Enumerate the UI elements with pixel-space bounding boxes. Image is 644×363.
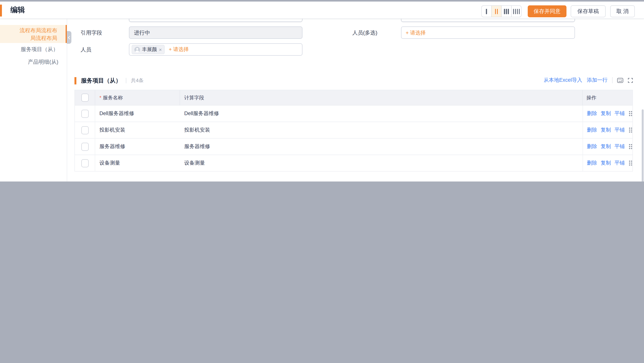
person-add-link[interactable]: + 请选择 <box>169 46 189 53</box>
sidebar-item-product-details[interactable]: 产品明细(从) <box>0 58 67 66</box>
ref-field-input[interactable]: 进行中 <box>129 26 302 39</box>
toolbar-divider <box>612 77 612 83</box>
cell-service-name: 投影机安装 <box>95 122 180 138</box>
cell-calc-field: 服务器维修 <box>180 138 582 155</box>
cell-calc-field: 设备测量 <box>180 155 582 171</box>
layout-3-column-icon[interactable] <box>502 6 512 17</box>
cell-calc-field: Dell服务器维修 <box>180 106 582 122</box>
multi-person-label: 人员(多选) <box>352 30 378 36</box>
sidebar-collapse-handle[interactable] <box>67 31 72 44</box>
keyboard-shortcuts-icon[interactable] <box>617 78 623 83</box>
row-checkbox[interactable] <box>81 110 88 118</box>
person-avatar-icon <box>134 46 140 52</box>
layout-1-column-icon[interactable] <box>482 6 492 17</box>
service-table-header: *服务名称 计算字段 操作 <box>75 90 632 105</box>
service-add-row-link[interactable]: 添加一行 <box>587 77 608 84</box>
service-excel-import-link[interactable]: 从本地Excel导入 <box>544 77 582 84</box>
cell-service-name: Dell服务器维修 <box>95 106 180 122</box>
save-and-agree-button[interactable]: 保存并同意 <box>528 5 566 17</box>
row-checkbox[interactable] <box>81 159 88 167</box>
copy-link[interactable]: 复制 <box>601 127 611 134</box>
edit-dialog: 编辑 保存并同意 保存草稿 取 消 流程布局流程布局流程布局 服务项目（从） 产… <box>0 0 644 182</box>
section-divider <box>126 78 126 83</box>
vertical-scrollbar-thumb[interactable] <box>642 109 644 182</box>
cell-service-name: 设备测量 <box>95 155 180 171</box>
delete-link[interactable]: 删除 <box>587 160 597 166</box>
service-section-count: 共4条 <box>131 77 144 84</box>
title-accent-bar <box>0 4 2 16</box>
person-input[interactable]: 丰展颜 × + 请选择 <box>129 43 302 56</box>
person-tag-remove-icon[interactable]: × <box>159 46 162 52</box>
drag-handle-icon[interactable] <box>628 127 632 133</box>
person-label: 人员 <box>80 46 91 53</box>
drag-handle-icon[interactable] <box>628 160 632 166</box>
multi-person-input[interactable]: + 请选择 <box>401 26 575 39</box>
layout-2-column-icon[interactable] <box>492 6 502 17</box>
column-layout-switcher <box>481 5 522 17</box>
layout-4-column-icon[interactable] <box>512 6 521 17</box>
select-all-checkbox[interactable] <box>81 94 88 102</box>
tile-link[interactable]: 平铺 <box>614 127 625 134</box>
service-items-table: *服务名称 计算字段 操作 Dell服务器维修 Dell服务器维修 删除 复制 … <box>74 90 633 172</box>
col-service-name: 服务名称 <box>103 94 123 101</box>
copy-link[interactable]: 复制 <box>601 110 611 117</box>
delete-link[interactable]: 删除 <box>587 143 597 150</box>
page-title: 编辑 <box>10 2 25 18</box>
person-tag: 丰展颜 × <box>132 45 164 54</box>
sidebar-item-process-layout[interactable]: 流程布局流程布局流程布局 <box>0 25 67 43</box>
col-actions: 操作 <box>582 90 632 105</box>
drag-handle-icon[interactable] <box>628 110 632 117</box>
service-table-row: 设备测量 设备测量 删除 复制 平铺 <box>75 155 632 171</box>
tile-link[interactable]: 平铺 <box>614 143 625 150</box>
chevron-left-icon <box>68 34 70 41</box>
delete-link[interactable]: 删除 <box>587 127 597 134</box>
service-section-title: 服务项目（从） <box>81 77 121 84</box>
multi-person-add-link[interactable]: + 请选择 <box>406 30 426 36</box>
cell-calc-field: 投影机安装 <box>180 122 582 138</box>
ref-field-label: 引用字段 <box>80 30 102 36</box>
tile-link[interactable]: 平铺 <box>614 160 625 166</box>
copy-link[interactable]: 复制 <box>601 143 611 150</box>
row-checkbox[interactable] <box>81 126 88 134</box>
fullscreen-icon[interactable] <box>628 78 633 83</box>
service-table-row: Dell服务器维修 Dell服务器维修 删除 复制 平铺 <box>75 105 632 122</box>
sidebar-item-service-items[interactable]: 服务项目（从） <box>0 45 67 53</box>
service-table-row: 投影机安装 投影机安装 删除 复制 平铺 <box>75 122 632 138</box>
delete-link[interactable]: 删除 <box>587 110 597 117</box>
copy-link[interactable]: 复制 <box>601 160 611 166</box>
tile-link[interactable]: 平铺 <box>614 110 625 117</box>
drag-handle-icon[interactable] <box>628 144 632 150</box>
service-section-header: 服务项目（从） 共4条 从本地Excel导入 添加一行 <box>74 75 633 86</box>
cancel-button[interactable]: 取 消 <box>610 5 635 17</box>
service-table-row: 服务器维修 服务器维修 删除 复制 平铺 <box>75 138 632 155</box>
row-checkbox[interactable] <box>81 142 88 150</box>
cell-service-name: 服务器维修 <box>95 138 180 155</box>
save-draft-button[interactable]: 保存草稿 <box>571 5 606 17</box>
required-asterisk: * <box>100 95 101 100</box>
col-calc-field: 计算字段 <box>180 90 582 105</box>
section-accent-bar <box>74 77 76 84</box>
person-tag-name: 丰展颜 <box>142 46 157 53</box>
layout-nav-sidebar: 流程布局流程布局流程布局 服务项目（从） 产品明细(从) <box>0 18 67 182</box>
dialog-header: 编辑 保存并同意 保存草稿 取 消 <box>0 2 644 19</box>
